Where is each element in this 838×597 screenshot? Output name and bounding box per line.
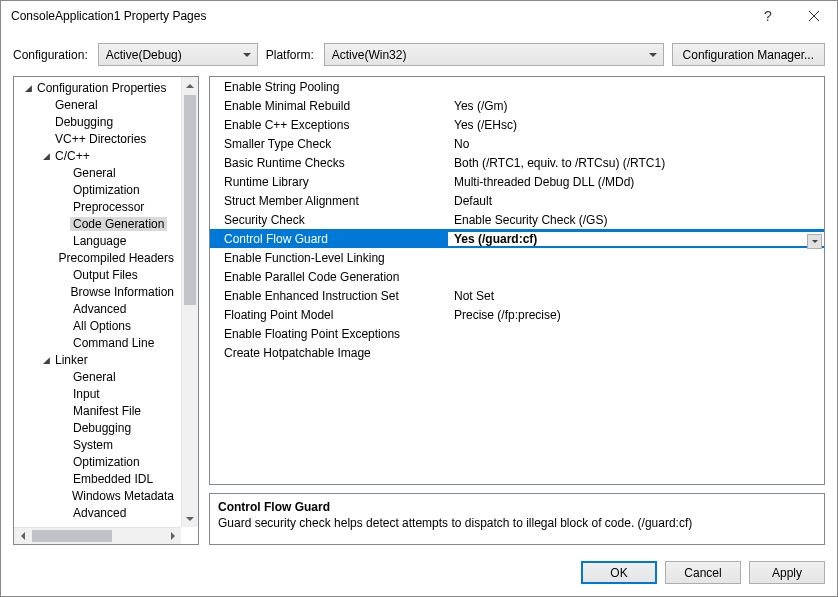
property-row[interactable]: Floating Point ModelPrecise (/fp:precise… <box>210 305 824 324</box>
collapse-icon[interactable]: ◢ <box>40 355 52 365</box>
property-row[interactable]: Struct Member AlignmentDefault <box>210 191 824 210</box>
tree-item-label: System <box>70 438 116 452</box>
tree-item[interactable]: Output Files <box>14 266 181 283</box>
property-row[interactable]: Security CheckEnable Security Check (/GS… <box>210 210 824 229</box>
tree-item[interactable]: Manifest File <box>14 402 181 419</box>
property-name: Enable Minimal Rebuild <box>210 99 448 113</box>
scroll-left-icon[interactable] <box>14 528 31 544</box>
tree-item-label: Precompiled Headers <box>56 251 177 265</box>
scroll-thumb[interactable] <box>32 530 112 542</box>
chevron-down-icon <box>243 53 251 57</box>
tree-item[interactable]: General <box>14 164 181 181</box>
property-name: Basic Runtime Checks <box>210 156 448 170</box>
tree-item[interactable]: Debugging <box>14 113 181 130</box>
tree-item[interactable]: Advanced <box>14 504 181 521</box>
tree-item[interactable]: ◢Linker <box>14 351 181 368</box>
platform-label: Platform: <box>266 48 314 62</box>
tree-item[interactable]: ◢C/C++ <box>14 147 181 164</box>
dropdown-button[interactable] <box>807 234 822 249</box>
tree-item[interactable]: System <box>14 436 181 453</box>
help-button[interactable]: ? <box>745 1 791 31</box>
tree-item-label: General <box>70 370 119 384</box>
tree-item[interactable]: VC++ Directories <box>14 130 181 147</box>
close-button[interactable] <box>791 1 837 31</box>
configuration-combo[interactable]: Active(Debug) <box>98 43 258 66</box>
tree-item[interactable]: ◢Configuration Properties <box>14 79 181 96</box>
property-row[interactable]: Enable Minimal RebuildYes (/Gm) <box>210 96 824 115</box>
property-value[interactable]: Yes (/EHsc) <box>448 118 824 132</box>
config-row: Configuration: Active(Debug) Platform: A… <box>1 31 837 76</box>
tree-item[interactable]: General <box>14 368 181 385</box>
tree-item[interactable]: Advanced <box>14 300 181 317</box>
tree-item[interactable]: Command Line <box>14 334 181 351</box>
scroll-thumb[interactable] <box>184 95 196 305</box>
property-row[interactable]: Enable C++ ExceptionsYes (/EHsc) <box>210 115 824 134</box>
tree-item[interactable]: Precompiled Headers <box>14 249 181 266</box>
property-value[interactable]: No <box>448 137 824 151</box>
configuration-manager-button[interactable]: Configuration Manager... <box>672 43 825 66</box>
property-name: Enable Function-Level Linking <box>210 251 448 265</box>
property-row[interactable]: Control Flow GuardYes (/guard:cf) <box>210 229 824 248</box>
description-text: Guard security check helps detect attemp… <box>218 516 816 530</box>
property-value[interactable]: Yes (/guard:cf) <box>448 232 824 246</box>
cancel-button[interactable]: Cancel <box>665 561 741 584</box>
property-value[interactable]: Yes (/Gm) <box>448 99 824 113</box>
tree-item[interactable]: Windows Metadata <box>14 487 181 504</box>
property-grid[interactable]: Enable String PoolingEnable Minimal Rebu… <box>209 76 825 485</box>
property-value[interactable]: Multi-threaded Debug DLL (/MDd) <box>448 175 824 189</box>
platform-combo[interactable]: Active(Win32) <box>324 43 664 66</box>
tree-item-label: Command Line <box>70 336 157 350</box>
tree-item[interactable]: Optimization <box>14 181 181 198</box>
nav-tree-panel: ◢Configuration PropertiesGeneralDebuggin… <box>13 76 199 545</box>
collapse-icon[interactable]: ◢ <box>40 151 52 161</box>
tree-item[interactable]: Code Generation <box>14 215 181 232</box>
tree-item[interactable]: Preprocessor <box>14 198 181 215</box>
tree-item-label: VC++ Directories <box>52 132 149 146</box>
tree-horizontal-scrollbar[interactable] <box>14 527 181 544</box>
window-title: ConsoleApplication1 Property Pages <box>11 9 745 23</box>
property-row[interactable]: Enable Function-Level Linking <box>210 248 824 267</box>
property-row[interactable]: Smaller Type CheckNo <box>210 134 824 153</box>
property-name: Struct Member Alignment <box>210 194 448 208</box>
tree-item[interactable]: Embedded IDL <box>14 470 181 487</box>
tree-item[interactable]: All Options <box>14 317 181 334</box>
tree-item-label: Windows Metadata <box>69 489 177 503</box>
configuration-label: Configuration: <box>13 48 88 62</box>
apply-button[interactable]: Apply <box>749 561 825 584</box>
ok-button[interactable]: OK <box>581 561 657 584</box>
tree-item[interactable]: Debugging <box>14 419 181 436</box>
property-value[interactable]: Both (/RTC1, equiv. to /RTCsu) (/RTC1) <box>448 156 824 170</box>
property-name: Enable C++ Exceptions <box>210 118 448 132</box>
property-value[interactable]: Precise (/fp:precise) <box>448 308 824 322</box>
tree-item-label: Linker <box>52 353 91 367</box>
property-name: Create Hotpatchable Image <box>210 346 448 360</box>
tree-item[interactable]: Input <box>14 385 181 402</box>
property-row[interactable]: Runtime LibraryMulti-threaded Debug DLL … <box>210 172 824 191</box>
scroll-down-icon[interactable] <box>182 510 198 527</box>
tree-item-label: Embedded IDL <box>70 472 156 486</box>
tree-vertical-scrollbar[interactable] <box>181 77 198 527</box>
property-row[interactable]: Enable Enhanced Instruction SetNot Set <box>210 286 824 305</box>
tree-item[interactable]: Optimization <box>14 453 181 470</box>
property-name: Enable Floating Point Exceptions <box>210 327 448 341</box>
dialog-buttons: OK Cancel Apply <box>1 553 837 596</box>
property-name: Enable String Pooling <box>210 80 448 94</box>
tree-item[interactable]: Browse Information <box>14 283 181 300</box>
nav-tree[interactable]: ◢Configuration PropertiesGeneralDebuggin… <box>14 77 181 527</box>
property-row[interactable]: Enable Floating Point Exceptions <box>210 324 824 343</box>
property-row[interactable]: Enable String Pooling <box>210 77 824 96</box>
collapse-icon[interactable]: ◢ <box>22 83 34 93</box>
scroll-up-icon[interactable] <box>182 77 198 94</box>
property-row[interactable]: Create Hotpatchable Image <box>210 343 824 362</box>
property-value[interactable]: Default <box>448 194 824 208</box>
scroll-right-icon[interactable] <box>164 528 181 544</box>
tree-item-label: Input <box>70 387 103 401</box>
tree-item[interactable]: Language <box>14 232 181 249</box>
chevron-down-icon <box>649 53 657 57</box>
tree-item[interactable]: General <box>14 96 181 113</box>
property-row[interactable]: Basic Runtime ChecksBoth (/RTC1, equiv. … <box>210 153 824 172</box>
description-panel: Control Flow Guard Guard security check … <box>209 493 825 545</box>
property-value[interactable]: Not Set <box>448 289 824 303</box>
property-value[interactable]: Enable Security Check (/GS) <box>448 213 824 227</box>
property-row[interactable]: Enable Parallel Code Generation <box>210 267 824 286</box>
